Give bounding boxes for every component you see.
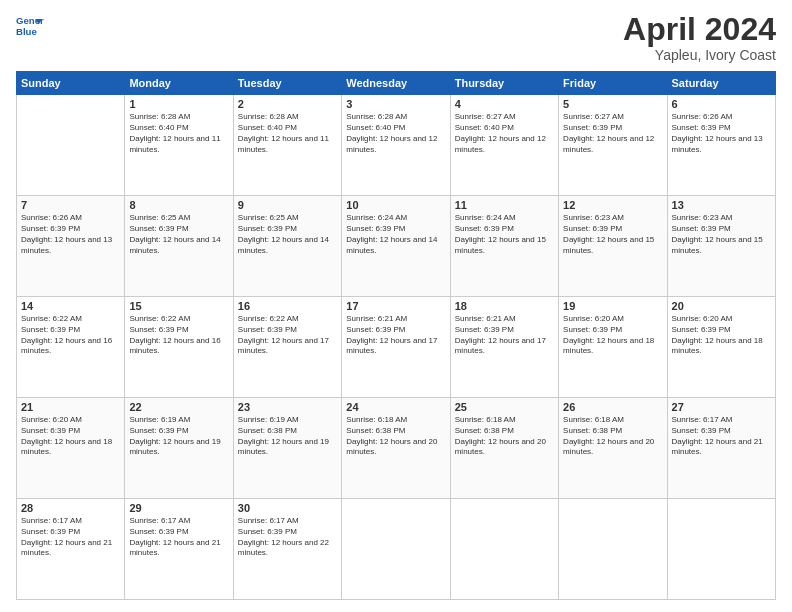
cell-info: Sunrise: 6:21 AMSunset: 6:39 PMDaylight:… bbox=[346, 314, 445, 357]
day-number: 22 bbox=[129, 401, 228, 413]
table-row bbox=[342, 499, 450, 600]
cell-info: Sunrise: 6:22 AMSunset: 6:39 PMDaylight:… bbox=[21, 314, 120, 357]
col-wednesday: Wednesday bbox=[342, 72, 450, 95]
col-monday: Monday bbox=[125, 72, 233, 95]
table-row bbox=[667, 499, 775, 600]
cell-info: Sunrise: 6:22 AMSunset: 6:39 PMDaylight:… bbox=[129, 314, 228, 357]
day-number: 25 bbox=[455, 401, 554, 413]
day-number: 29 bbox=[129, 502, 228, 514]
calendar-row: 28 Sunrise: 6:17 AMSunset: 6:39 PMDaylig… bbox=[17, 499, 776, 600]
day-number: 13 bbox=[672, 199, 771, 211]
table-row: 29 Sunrise: 6:17 AMSunset: 6:39 PMDaylig… bbox=[125, 499, 233, 600]
day-number: 10 bbox=[346, 199, 445, 211]
day-number: 14 bbox=[21, 300, 120, 312]
header-row: Sunday Monday Tuesday Wednesday Thursday… bbox=[17, 72, 776, 95]
cell-info: Sunrise: 6:26 AMSunset: 6:39 PMDaylight:… bbox=[672, 112, 771, 155]
calendar-table: Sunday Monday Tuesday Wednesday Thursday… bbox=[16, 71, 776, 600]
day-number: 23 bbox=[238, 401, 337, 413]
cell-info: Sunrise: 6:18 AMSunset: 6:38 PMDaylight:… bbox=[455, 415, 554, 458]
table-row bbox=[559, 499, 667, 600]
table-row bbox=[450, 499, 558, 600]
day-number: 19 bbox=[563, 300, 662, 312]
day-number: 9 bbox=[238, 199, 337, 211]
col-tuesday: Tuesday bbox=[233, 72, 341, 95]
day-number: 7 bbox=[21, 199, 120, 211]
col-saturday: Saturday bbox=[667, 72, 775, 95]
col-thursday: Thursday bbox=[450, 72, 558, 95]
table-row: 16 Sunrise: 6:22 AMSunset: 6:39 PMDaylig… bbox=[233, 297, 341, 398]
svg-text:Blue: Blue bbox=[16, 26, 37, 37]
table-row: 24 Sunrise: 6:18 AMSunset: 6:38 PMDaylig… bbox=[342, 398, 450, 499]
table-row: 19 Sunrise: 6:20 AMSunset: 6:39 PMDaylig… bbox=[559, 297, 667, 398]
cell-info: Sunrise: 6:27 AMSunset: 6:39 PMDaylight:… bbox=[563, 112, 662, 155]
table-row: 6 Sunrise: 6:26 AMSunset: 6:39 PMDayligh… bbox=[667, 95, 775, 196]
day-number: 26 bbox=[563, 401, 662, 413]
table-row: 28 Sunrise: 6:17 AMSunset: 6:39 PMDaylig… bbox=[17, 499, 125, 600]
day-number: 8 bbox=[129, 199, 228, 211]
day-number: 6 bbox=[672, 98, 771, 110]
day-number: 3 bbox=[346, 98, 445, 110]
table-row: 20 Sunrise: 6:20 AMSunset: 6:39 PMDaylig… bbox=[667, 297, 775, 398]
day-number: 4 bbox=[455, 98, 554, 110]
calendar-row: 21 Sunrise: 6:20 AMSunset: 6:39 PMDaylig… bbox=[17, 398, 776, 499]
cell-info: Sunrise: 6:20 AMSunset: 6:39 PMDaylight:… bbox=[21, 415, 120, 458]
table-row: 5 Sunrise: 6:27 AMSunset: 6:39 PMDayligh… bbox=[559, 95, 667, 196]
table-row: 9 Sunrise: 6:25 AMSunset: 6:39 PMDayligh… bbox=[233, 196, 341, 297]
day-number: 20 bbox=[672, 300, 771, 312]
table-row: 27 Sunrise: 6:17 AMSunset: 6:39 PMDaylig… bbox=[667, 398, 775, 499]
cell-info: Sunrise: 6:22 AMSunset: 6:39 PMDaylight:… bbox=[238, 314, 337, 357]
cell-info: Sunrise: 6:17 AMSunset: 6:39 PMDaylight:… bbox=[238, 516, 337, 559]
cell-info: Sunrise: 6:23 AMSunset: 6:39 PMDaylight:… bbox=[672, 213, 771, 256]
day-number: 17 bbox=[346, 300, 445, 312]
table-row: 15 Sunrise: 6:22 AMSunset: 6:39 PMDaylig… bbox=[125, 297, 233, 398]
logo-icon: General Blue bbox=[16, 12, 44, 40]
cell-info: Sunrise: 6:28 AMSunset: 6:40 PMDaylight:… bbox=[346, 112, 445, 155]
table-row: 14 Sunrise: 6:22 AMSunset: 6:39 PMDaylig… bbox=[17, 297, 125, 398]
cell-info: Sunrise: 6:17 AMSunset: 6:39 PMDaylight:… bbox=[672, 415, 771, 458]
table-row: 21 Sunrise: 6:20 AMSunset: 6:39 PMDaylig… bbox=[17, 398, 125, 499]
calendar-row: 7 Sunrise: 6:26 AMSunset: 6:39 PMDayligh… bbox=[17, 196, 776, 297]
cell-info: Sunrise: 6:18 AMSunset: 6:38 PMDaylight:… bbox=[563, 415, 662, 458]
table-row: 23 Sunrise: 6:19 AMSunset: 6:38 PMDaylig… bbox=[233, 398, 341, 499]
title-block: April 2024 Yapleu, Ivory Coast bbox=[623, 12, 776, 63]
cell-info: Sunrise: 6:28 AMSunset: 6:40 PMDaylight:… bbox=[238, 112, 337, 155]
table-row: 18 Sunrise: 6:21 AMSunset: 6:39 PMDaylig… bbox=[450, 297, 558, 398]
cell-info: Sunrise: 6:20 AMSunset: 6:39 PMDaylight:… bbox=[563, 314, 662, 357]
cell-info: Sunrise: 6:17 AMSunset: 6:39 PMDaylight:… bbox=[129, 516, 228, 559]
day-number: 18 bbox=[455, 300, 554, 312]
table-row: 8 Sunrise: 6:25 AMSunset: 6:39 PMDayligh… bbox=[125, 196, 233, 297]
table-row: 7 Sunrise: 6:26 AMSunset: 6:39 PMDayligh… bbox=[17, 196, 125, 297]
table-row: 2 Sunrise: 6:28 AMSunset: 6:40 PMDayligh… bbox=[233, 95, 341, 196]
cell-info: Sunrise: 6:19 AMSunset: 6:39 PMDaylight:… bbox=[129, 415, 228, 458]
table-row bbox=[17, 95, 125, 196]
cell-info: Sunrise: 6:23 AMSunset: 6:39 PMDaylight:… bbox=[563, 213, 662, 256]
cell-info: Sunrise: 6:18 AMSunset: 6:38 PMDaylight:… bbox=[346, 415, 445, 458]
table-row: 13 Sunrise: 6:23 AMSunset: 6:39 PMDaylig… bbox=[667, 196, 775, 297]
table-row: 30 Sunrise: 6:17 AMSunset: 6:39 PMDaylig… bbox=[233, 499, 341, 600]
cell-info: Sunrise: 6:28 AMSunset: 6:40 PMDaylight:… bbox=[129, 112, 228, 155]
cell-info: Sunrise: 6:25 AMSunset: 6:39 PMDaylight:… bbox=[129, 213, 228, 256]
day-number: 1 bbox=[129, 98, 228, 110]
day-number: 27 bbox=[672, 401, 771, 413]
day-number: 28 bbox=[21, 502, 120, 514]
day-number: 2 bbox=[238, 98, 337, 110]
table-row: 11 Sunrise: 6:24 AMSunset: 6:39 PMDaylig… bbox=[450, 196, 558, 297]
col-friday: Friday bbox=[559, 72, 667, 95]
day-number: 11 bbox=[455, 199, 554, 211]
table-row: 4 Sunrise: 6:27 AMSunset: 6:40 PMDayligh… bbox=[450, 95, 558, 196]
day-number: 5 bbox=[563, 98, 662, 110]
day-number: 16 bbox=[238, 300, 337, 312]
page: General Blue April 2024 Yapleu, Ivory Co… bbox=[0, 0, 792, 612]
table-row: 3 Sunrise: 6:28 AMSunset: 6:40 PMDayligh… bbox=[342, 95, 450, 196]
table-row: 1 Sunrise: 6:28 AMSunset: 6:40 PMDayligh… bbox=[125, 95, 233, 196]
table-row: 22 Sunrise: 6:19 AMSunset: 6:39 PMDaylig… bbox=[125, 398, 233, 499]
day-number: 24 bbox=[346, 401, 445, 413]
cell-info: Sunrise: 6:27 AMSunset: 6:40 PMDaylight:… bbox=[455, 112, 554, 155]
cell-info: Sunrise: 6:25 AMSunset: 6:39 PMDaylight:… bbox=[238, 213, 337, 256]
header: General Blue April 2024 Yapleu, Ivory Co… bbox=[16, 12, 776, 63]
table-row: 10 Sunrise: 6:24 AMSunset: 6:39 PMDaylig… bbox=[342, 196, 450, 297]
calendar-row: 14 Sunrise: 6:22 AMSunset: 6:39 PMDaylig… bbox=[17, 297, 776, 398]
subtitle: Yapleu, Ivory Coast bbox=[623, 47, 776, 63]
logo: General Blue bbox=[16, 12, 44, 40]
cell-info: Sunrise: 6:20 AMSunset: 6:39 PMDaylight:… bbox=[672, 314, 771, 357]
